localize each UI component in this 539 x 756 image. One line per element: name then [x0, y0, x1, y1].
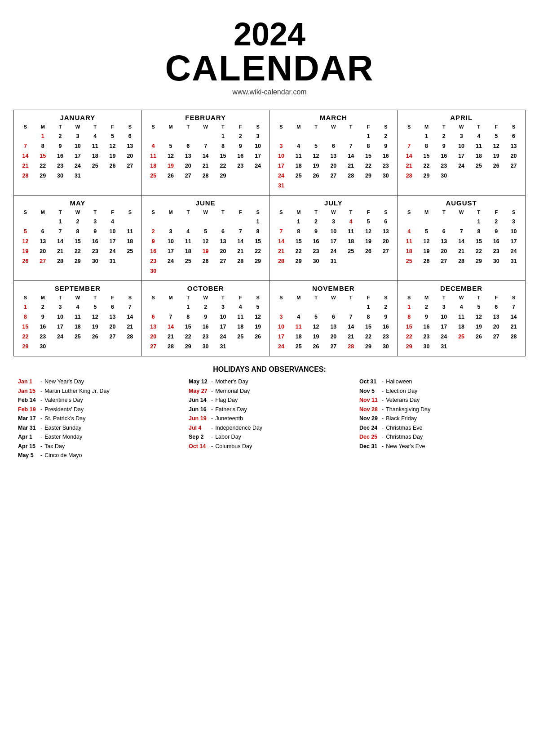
day-cell: 18: [232, 322, 249, 332]
day-header: S: [121, 209, 139, 216]
day-cell: 28: [400, 171, 418, 181]
day-cell: 18: [121, 236, 139, 246]
day-cell: 27: [505, 161, 522, 171]
day-cell: [34, 217, 52, 227]
day-cell: 25: [290, 342, 307, 351]
day-cell: 19: [86, 322, 104, 332]
day-cell: 30: [34, 342, 52, 351]
day-cell: 27: [377, 246, 394, 256]
day-cell: 27: [34, 256, 52, 266]
day-cell: 21: [197, 161, 214, 171]
day-cell: 26: [17, 256, 34, 266]
day-cell: 21: [52, 246, 69, 256]
month-name: JULY: [273, 199, 395, 207]
day-cell: 7: [232, 227, 249, 236]
day-cell: 13: [104, 312, 121, 322]
day-cell: 9: [435, 141, 453, 151]
day-cell: 16: [307, 236, 325, 246]
day-cell: 4: [342, 217, 360, 227]
day-cell: 24: [52, 332, 69, 342]
day-cell: 16: [377, 322, 394, 332]
day-cell: 5: [249, 302, 267, 312]
day-header: S: [249, 123, 267, 130]
day-cell: 23: [232, 161, 249, 171]
day-cell: 29: [179, 342, 197, 351]
day-cell: 22: [290, 246, 307, 256]
holiday-date: Jun 19: [189, 415, 209, 423]
day-cell: 20: [325, 332, 342, 342]
holiday-item: Oct 31-Halloween: [359, 378, 521, 386]
holiday-item: Oct 14-Columbus Day: [189, 443, 350, 451]
holiday-date: Apr 15: [18, 443, 38, 451]
day-cell: [162, 302, 180, 312]
day-cell: [273, 302, 290, 312]
day-cell: 24: [435, 332, 453, 342]
day-cell: [342, 181, 360, 191]
day-cell: 28: [17, 171, 34, 181]
day-header: M: [34, 123, 52, 130]
day-cell: 12: [487, 141, 505, 151]
day-cell: 3: [453, 131, 470, 141]
holiday-dash: -: [211, 415, 213, 423]
day-cell: 5: [162, 141, 180, 151]
day-cell: 18: [145, 161, 162, 171]
day-cell: 26: [197, 256, 214, 266]
holiday-name: Juneteenth: [215, 415, 243, 423]
day-cell: [290, 302, 307, 312]
day-header: S: [400, 294, 418, 301]
day-header: M: [162, 123, 180, 130]
day-header: S: [273, 209, 290, 216]
day-cell: 23: [86, 246, 104, 256]
day-cell: [470, 342, 488, 351]
day-cell: 5: [197, 227, 214, 236]
day-cell: [197, 131, 214, 141]
day-cell: 2: [418, 302, 435, 312]
holiday-date: Nov 29: [359, 415, 380, 423]
day-cell: 12: [197, 236, 214, 246]
day-cell: 13: [179, 151, 197, 161]
day-header: S: [17, 294, 34, 301]
holiday-item: May 12-Mother's Day: [189, 378, 350, 386]
day-header: S: [377, 123, 394, 130]
day-cell: [69, 342, 86, 351]
day-header: F: [360, 294, 377, 301]
day-header: M: [290, 294, 307, 301]
holiday-dash: -: [40, 406, 42, 414]
holiday-dash: -: [382, 378, 384, 386]
day-header: F: [232, 123, 249, 130]
day-cell: 13: [325, 322, 342, 332]
day-cell: 22: [17, 332, 34, 342]
day-header: W: [69, 209, 86, 216]
day-header: W: [197, 123, 214, 130]
day-header: T: [470, 209, 488, 216]
day-cell: 1: [214, 131, 232, 141]
day-cell: 3: [214, 302, 232, 312]
day-cell: 7: [342, 312, 360, 322]
day-cell: 4: [290, 312, 307, 322]
day-cell: 21: [342, 161, 360, 171]
holiday-dash: -: [211, 387, 213, 396]
holiday-dash: -: [211, 378, 213, 386]
day-cell: 12: [162, 151, 180, 161]
website-url: www.wiki-calendar.com: [13, 88, 526, 96]
day-cell: 10: [249, 141, 267, 151]
month-march: MARCHSMTWTFS1234567891011121314151617181…: [270, 110, 398, 196]
day-cell: 17: [162, 246, 180, 256]
day-cell: 3: [162, 227, 180, 236]
day-cell: [121, 256, 139, 266]
day-cell: 20: [487, 322, 505, 332]
day-cell: 2: [52, 131, 69, 141]
holiday-date: May 27: [189, 387, 209, 396]
day-cell: 16: [435, 151, 453, 161]
day-cell: 15: [69, 236, 86, 246]
day-cell: [162, 266, 180, 276]
day-cell: 6: [487, 302, 505, 312]
day-cell: 9: [52, 141, 69, 151]
day-header: M: [418, 209, 435, 216]
day-cell: [400, 131, 418, 141]
holiday-date: Nov 5: [359, 387, 380, 396]
day-header: T: [52, 209, 69, 216]
holiday-name: Independence Day: [215, 424, 262, 432]
day-cell: 24: [325, 246, 342, 256]
day-cell: 18: [290, 332, 307, 342]
